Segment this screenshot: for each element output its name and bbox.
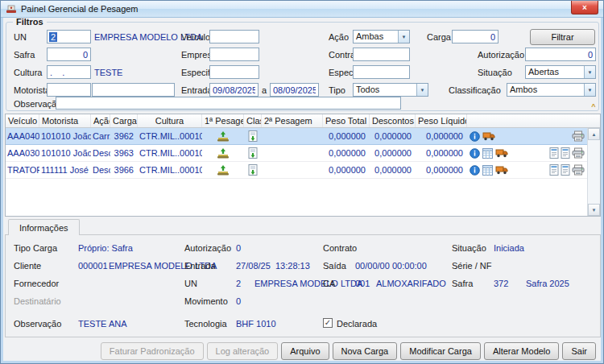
declarada-label: Declarada [337, 319, 377, 329]
entrada-to-input[interactable] [270, 83, 319, 97]
weighing-icon[interactable] [217, 164, 230, 176]
classificacao-select[interactable]: Ambos ▼ [507, 83, 596, 97]
cell-spacer [530, 162, 543, 178]
filters-legend: Filtros [13, 17, 47, 27]
contrato-info-label: Contrato [323, 243, 357, 253]
table-row[interactable]: AAA0303 101010 João da ! Desc. 3963 CTR.… [6, 145, 587, 162]
entrada-from-input[interactable] [209, 83, 259, 97]
movimento-label: Movimento [184, 296, 228, 306]
declarada-checkbox[interactable]: ✓ [323, 318, 333, 328]
collapse-filters-button[interactable]: ^ [588, 103, 599, 112]
info-icon[interactable] [470, 165, 480, 176]
cultura-name-text: TESTE [94, 68, 122, 77]
tipo-carga-value: Próprio: Safra [78, 243, 133, 253]
sair-button[interactable]: Sair [562, 342, 596, 360]
scroll-up-glyph: ▲ [592, 132, 597, 137]
faturar-padronizacao-button[interactable]: Faturar Padronização [101, 342, 204, 360]
situacao-select[interactable]: Abertas ▼ [525, 65, 596, 79]
printer-icon[interactable] [572, 130, 585, 142]
grid-icon[interactable] [482, 148, 493, 159]
carga-input[interactable] [452, 30, 499, 43]
weighing-icon[interactable] [217, 147, 230, 159]
observacao-filter-input[interactable] [56, 97, 401, 110]
grid-scrollbar[interactable]: ▲ ▼ [587, 128, 600, 216]
column-header-carga[interactable]: Carga [110, 114, 138, 127]
app-icon [6, 3, 17, 14]
classification-icon[interactable] [248, 147, 258, 159]
alterar-modelo-button[interactable]: Alterar Modelo [484, 342, 560, 360]
safra-input[interactable] [47, 48, 91, 61]
situacao-select-value: Abertas [526, 66, 584, 78]
cell-mid-icons [467, 162, 530, 178]
cell-mid-icons [467, 145, 530, 161]
column-header-motorista[interactable]: Motorista [39, 114, 91, 127]
table-row[interactable]: AAA0404 101010 João da ! Carr. 3962 CTR.… [6, 128, 587, 145]
cell-descontos: 0,000000 [370, 145, 416, 161]
close-button[interactable]: × [571, 1, 598, 14]
veiculo-input[interactable] [209, 30, 259, 43]
modificar-carga-button[interactable]: Modificar Carga [400, 342, 481, 360]
column-header-cultura[interactable]: Cultura [138, 114, 202, 127]
motorista-name-input[interactable] [92, 83, 175, 97]
column-header-pesagem2[interactable]: 2ª Pesagem [262, 114, 323, 127]
tab-informacoes[interactable]: Informações [8, 219, 80, 235]
empresa-input[interactable] [209, 48, 259, 61]
classificacao-label: Classificação [449, 85, 501, 95]
column-header-pesagem1[interactable]: 1ª Pesagem [202, 114, 244, 127]
table-row[interactable]: TRATOR1 111111 José Mar Desc. 3966 CTR.M… [6, 162, 587, 179]
truck-icon[interactable] [495, 148, 508, 158]
log-alteracao-button[interactable]: Log alteração [207, 342, 279, 360]
column-header-veiculo[interactable]: Veículo [6, 114, 39, 127]
autorizacao-input[interactable] [525, 48, 596, 61]
cell-carga: 3962 [110, 128, 138, 144]
truck-icon[interactable] [495, 165, 508, 175]
column-header-descontos[interactable]: Descontos [370, 114, 416, 127]
report-icon[interactable] [561, 164, 570, 176]
cell-class [244, 145, 262, 161]
contrato-input[interactable] [353, 48, 410, 61]
cultura-input[interactable] [47, 65, 91, 79]
column-header-peso-total[interactable]: Peso Total [323, 114, 370, 127]
filtrar-button[interactable]: Filtrar [530, 29, 595, 45]
tipo-select[interactable]: Todos ▼ [353, 83, 428, 97]
weighing-icon[interactable] [217, 130, 230, 142]
chevron-down-icon[interactable]: ▼ [584, 66, 595, 78]
chevron-down-icon[interactable]: ▼ [584, 84, 595, 96]
chevron-down-icon[interactable]: ▼ [416, 84, 428, 96]
cell-pesagem1 [202, 162, 244, 178]
safra-name: Safra 2025 [526, 279, 569, 288]
grid-icon[interactable] [482, 165, 493, 176]
carga-label: Carga [427, 32, 451, 42]
column-header-peso-liquido[interactable]: Peso Líquido [416, 114, 467, 127]
nova-carga-button[interactable]: Nova Carga [333, 342, 398, 360]
classification-icon[interactable] [248, 164, 258, 176]
info-icon[interactable] [470, 148, 480, 159]
cell-acao: Desc. [91, 162, 110, 178]
cell-cultura: CTR.MIL..000104 [138, 145, 202, 161]
report-icon[interactable] [561, 147, 570, 159]
scroll-down-icon[interactable]: ▼ [588, 204, 600, 216]
tipo-label: Tipo [329, 85, 345, 95]
scroll-up-icon[interactable]: ▲ [588, 128, 600, 140]
especif2-input[interactable] [353, 65, 410, 79]
acao-select[interactable]: Ambas ▼ [353, 30, 410, 43]
tecnologia-label: Tecnologia [184, 319, 227, 329]
report-icon[interactable] [549, 164, 559, 176]
motorista-code-input[interactable] [47, 83, 91, 97]
cell-spacer [530, 128, 543, 144]
printer-icon[interactable] [572, 147, 585, 159]
cell-spacer [530, 145, 543, 161]
truck-icon[interactable] [482, 131, 495, 141]
un-input[interactable]: 2 [47, 30, 91, 43]
arquivo-button[interactable]: Arquivo [281, 342, 329, 360]
ca-code: 001 [355, 279, 370, 288]
acao-label: Ação [329, 32, 349, 42]
especif1-input[interactable] [209, 65, 259, 79]
printer-icon[interactable] [572, 164, 585, 176]
info-icon[interactable] [470, 131, 480, 142]
classification-icon[interactable] [248, 130, 258, 142]
report-icon[interactable] [549, 147, 559, 159]
column-header-class[interactable]: Class. [244, 114, 262, 127]
chevron-down-icon[interactable]: ▼ [398, 31, 409, 43]
column-header-acao[interactable]: Ação [91, 114, 110, 127]
